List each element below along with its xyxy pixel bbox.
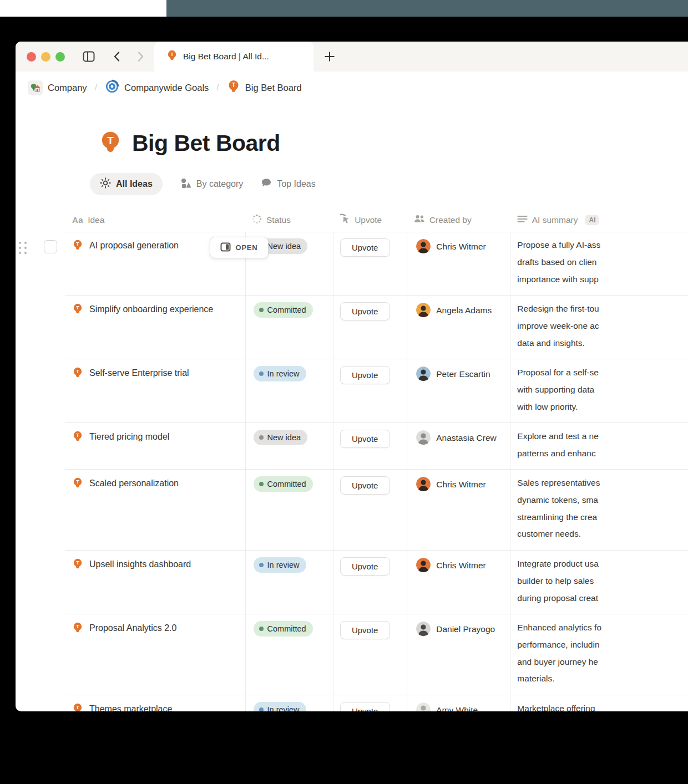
view-tab-top-ideas[interactable]: Top Ideas xyxy=(261,173,315,195)
status-dot-icon xyxy=(259,435,264,440)
page-bulb-icon: T xyxy=(99,131,122,156)
status-cell: In review xyxy=(245,695,333,711)
ai-summary-cell: Propose a fully AI-ass drafts based on c… xyxy=(510,232,688,295)
upvote-cell: Upvote xyxy=(333,614,407,695)
backdrop-white xyxy=(0,0,166,17)
upvote-button[interactable]: Upvote xyxy=(340,702,390,711)
avatar xyxy=(416,622,431,636)
status-dot-icon xyxy=(259,707,264,711)
creator-name: Chris Witmer xyxy=(436,239,486,254)
idea-cell: T Themes marketplace xyxy=(65,695,245,711)
column-label: Created by xyxy=(429,215,472,225)
ai-summary-cell: Marketplace offering xyxy=(510,695,688,711)
created-by-cell: Chris Witmer xyxy=(407,232,510,295)
idea-title[interactable]: Upsell insights dashboard xyxy=(89,558,191,571)
idea-cell: T Proposal Analytics 2.0 xyxy=(65,614,245,695)
sidebar-toggle-icon[interactable] xyxy=(82,50,95,65)
zoom-window-button[interactable] xyxy=(55,52,65,62)
avatar xyxy=(416,430,431,445)
status-badge[interactable]: Committed xyxy=(254,302,313,318)
tab-big-bet-board[interactable]: T Big Bet Board | All Id... xyxy=(154,42,313,72)
status-badge[interactable]: In review xyxy=(254,557,306,573)
upvote-button[interactable]: Upvote xyxy=(340,366,390,384)
idea-title[interactable]: Themes marketplace xyxy=(89,703,172,711)
idea-cell: T Self-serve Enterprise trial xyxy=(65,359,245,422)
column-header-status[interactable]: Status xyxy=(245,208,332,232)
creator-name: Anastasia Crew xyxy=(436,430,497,445)
text-lines-icon xyxy=(517,215,528,226)
open-button[interactable]: OPEN xyxy=(210,237,269,258)
column-header-upvote[interactable]: Upvote xyxy=(332,208,407,232)
idea-bulb-icon: T xyxy=(72,367,83,380)
upvote-button[interactable]: Upvote xyxy=(340,238,390,257)
status-badge[interactable]: In review xyxy=(254,366,306,381)
status-badge[interactable]: Committed xyxy=(254,621,313,637)
side-peek-icon xyxy=(220,242,231,254)
svg-text:T: T xyxy=(76,432,79,438)
upvote-button[interactable]: Upvote xyxy=(340,557,390,576)
status-label: In review xyxy=(267,561,300,569)
created-by-cell: Anastasia Crew xyxy=(407,423,510,469)
column-header-idea[interactable]: Aa Idea xyxy=(65,208,245,232)
ai-badge: AI xyxy=(585,215,599,225)
status-dot-icon xyxy=(259,627,264,631)
table-body: T AI proposal generationNew ideaUpvote C… xyxy=(65,232,688,711)
ai-summary-text: Integrate product usa builder to help sa… xyxy=(517,559,599,603)
breadcrumb-item-company[interactable]: Company xyxy=(28,80,87,95)
backdrop-slate xyxy=(166,0,688,17)
idea-title[interactable]: Tiered pricing model xyxy=(89,431,169,443)
forward-icon[interactable] xyxy=(134,50,146,65)
created-by-cell: Chris Witmer xyxy=(407,470,510,550)
upvote-cell: Upvote xyxy=(333,359,407,422)
status-dot-icon xyxy=(259,563,264,567)
idea-title[interactable]: AI proposal generation xyxy=(89,240,179,252)
table-row: T Scaled personalizationCommittedUpvote … xyxy=(65,470,688,551)
status-dot-icon xyxy=(259,371,264,376)
idea-title[interactable]: Self-serve Enterprise trial xyxy=(89,367,189,379)
status-badge[interactable]: Committed xyxy=(254,476,313,492)
column-label: Idea xyxy=(88,215,104,225)
breadcrumb-item-companywide-goals[interactable]: Companywide Goals xyxy=(105,79,209,96)
ai-summary-cell: Redesign the first-tou improve week-one … xyxy=(510,296,688,359)
creator-name: Amy White xyxy=(436,702,478,711)
created-by-cell: Amy White xyxy=(407,695,510,711)
status-badge[interactable]: New idea xyxy=(254,430,307,445)
new-tab-button[interactable] xyxy=(322,49,337,64)
view-tab-by-category[interactable]: By category xyxy=(180,173,243,195)
upvote-button[interactable]: Upvote xyxy=(340,476,390,495)
column-header-ai-summary[interactable]: AI summary AI xyxy=(510,208,688,232)
idea-title[interactable]: Proposal Analytics 2.0 xyxy=(89,622,176,634)
idea-bulb-icon: T xyxy=(72,431,83,444)
idea-title[interactable]: Scaled personalization xyxy=(89,477,179,490)
created-by-cell: Angela Adams xyxy=(407,296,510,359)
target-icon xyxy=(105,79,119,96)
status-dot-icon xyxy=(259,482,264,486)
upvote-button[interactable]: Upvote xyxy=(340,302,390,320)
idea-bulb-icon: T xyxy=(72,303,83,317)
text-type-icon: Aa xyxy=(72,215,83,225)
minimize-window-button[interactable] xyxy=(41,52,50,62)
back-icon[interactable] xyxy=(111,50,123,65)
table-row: T Self-serve Enterprise trialIn reviewUp… xyxy=(65,359,688,423)
table-row: T Upsell insights dashboardIn reviewUpvo… xyxy=(65,551,688,614)
people-icon xyxy=(414,214,425,226)
idea-cell: T Scaled personalization xyxy=(65,470,245,550)
breadcrumb-separator: / xyxy=(95,83,97,93)
upvote-button[interactable]: Upvote xyxy=(340,430,390,448)
view-tabs: All Ideas By category To xyxy=(90,173,316,195)
view-tab-all-ideas[interactable]: All Ideas xyxy=(90,173,163,195)
upvote-cell: Upvote xyxy=(333,423,407,469)
ai-summary-cell: Sales representatives dynamic tokens, sm… xyxy=(510,470,688,550)
upvote-button[interactable]: Upvote xyxy=(340,621,390,639)
ai-summary-text: Redesign the first-tou improve week-one … xyxy=(517,304,599,348)
column-header-created-by[interactable]: Created by xyxy=(407,208,510,232)
close-window-button[interactable] xyxy=(27,52,36,62)
row-drag-handle[interactable] xyxy=(19,242,28,258)
status-label: New idea xyxy=(267,433,301,442)
row-checkbox[interactable] xyxy=(44,240,57,253)
status-cell: Committed xyxy=(245,614,333,695)
breadcrumb-item-big-bet-board[interactable]: T Big Bet Board xyxy=(227,80,302,95)
status-badge[interactable]: In review xyxy=(254,702,306,711)
avatar xyxy=(416,702,431,711)
idea-title[interactable]: Simplify onboarding experience xyxy=(89,303,213,315)
